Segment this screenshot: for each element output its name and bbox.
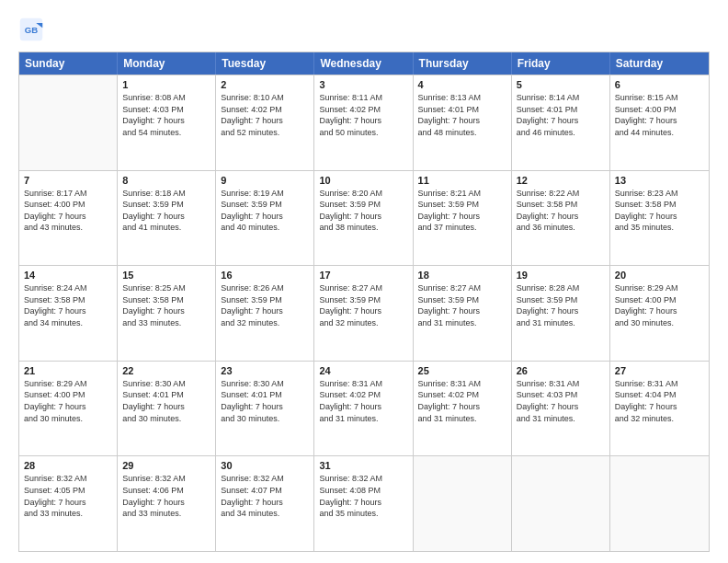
cal-cell: 13Sunrise: 8:23 AMSunset: 3:58 PMDayligh… [610, 171, 709, 266]
cal-cell: 1Sunrise: 8:08 AMSunset: 4:03 PMDaylight… [118, 75, 216, 170]
cal-cell: 5Sunrise: 8:14 AMSunset: 4:01 PMDaylight… [512, 75, 610, 170]
week-row-2: 7Sunrise: 8:17 AMSunset: 4:00 PMDaylight… [19, 170, 709, 266]
sun-info: Sunrise: 8:31 AMSunset: 4:03 PMDaylight:… [517, 378, 605, 424]
cal-cell: 18Sunrise: 8:27 AMSunset: 3:59 PMDayligh… [414, 266, 512, 361]
sun-info: Sunrise: 8:30 AMSunset: 4:01 PMDaylight:… [122, 378, 210, 424]
day-number: 18 [418, 270, 506, 281]
header: GB [18, 17, 710, 42]
day-number: 15 [122, 270, 210, 281]
cal-cell: 12Sunrise: 8:22 AMSunset: 3:58 PMDayligh… [512, 171, 610, 266]
cal-cell: 10Sunrise: 8:20 AMSunset: 3:59 PMDayligh… [314, 171, 413, 266]
day-number: 24 [319, 365, 407, 376]
day-number: 25 [418, 365, 506, 376]
cal-cell: 29Sunrise: 8:32 AMSunset: 4:06 PMDayligh… [118, 456, 216, 551]
sun-info: Sunrise: 8:26 AMSunset: 3:59 PMDaylight:… [221, 282, 309, 328]
sun-info: Sunrise: 8:30 AMSunset: 4:01 PMDaylight:… [221, 378, 309, 424]
sun-info: Sunrise: 8:31 AMSunset: 4:04 PMDaylight:… [615, 378, 704, 424]
cal-cell: 4Sunrise: 8:13 AMSunset: 4:01 PMDaylight… [414, 75, 512, 170]
sun-info: Sunrise: 8:32 AMSunset: 4:08 PMDaylight:… [319, 473, 407, 519]
week-row-4: 21Sunrise: 8:29 AMSunset: 4:00 PMDayligh… [19, 361, 709, 456]
cal-cell: 6Sunrise: 8:15 AMSunset: 4:00 PMDaylight… [610, 75, 709, 170]
day-number: 23 [221, 365, 309, 376]
day-number: 29 [122, 460, 210, 471]
cal-cell: 16Sunrise: 8:26 AMSunset: 3:59 PMDayligh… [216, 266, 314, 361]
cal-cell: 25Sunrise: 8:31 AMSunset: 4:02 PMDayligh… [414, 362, 512, 456]
sun-info: Sunrise: 8:31 AMSunset: 4:02 PMDaylight:… [319, 378, 407, 424]
day-number: 28 [24, 460, 112, 471]
calendar: SundayMondayTuesdayWednesdayThursdayFrid… [18, 52, 710, 552]
cal-cell: 2Sunrise: 8:10 AMSunset: 4:02 PMDaylight… [216, 75, 314, 170]
day-number: 16 [221, 270, 309, 281]
cal-cell: 17Sunrise: 8:27 AMSunset: 3:59 PMDayligh… [314, 266, 413, 361]
cal-cell: 3Sunrise: 8:11 AMSunset: 4:02 PMDaylight… [314, 75, 413, 170]
cal-cell: 28Sunrise: 8:32 AMSunset: 4:05 PMDayligh… [19, 456, 118, 551]
sun-info: Sunrise: 8:29 AMSunset: 4:00 PMDaylight:… [24, 378, 112, 424]
calendar-body: 1Sunrise: 8:08 AMSunset: 4:03 PMDaylight… [19, 75, 709, 551]
sun-info: Sunrise: 8:17 AMSunset: 4:00 PMDaylight:… [24, 188, 112, 234]
sun-info: Sunrise: 8:08 AMSunset: 4:03 PMDaylight:… [122, 92, 210, 138]
sun-info: Sunrise: 8:25 AMSunset: 3:58 PMDaylight:… [122, 282, 210, 328]
sun-info: Sunrise: 8:29 AMSunset: 4:00 PMDaylight:… [615, 282, 704, 328]
sun-info: Sunrise: 8:11 AMSunset: 4:02 PMDaylight:… [319, 92, 407, 138]
weekday-header-tuesday: Tuesday [216, 52, 314, 75]
day-number: 22 [122, 365, 210, 376]
weekday-header-friday: Friday [512, 52, 610, 75]
day-number: 26 [517, 365, 605, 376]
weekday-header-monday: Monday [118, 52, 216, 75]
day-number: 20 [615, 270, 704, 281]
sun-info: Sunrise: 8:10 AMSunset: 4:02 PMDaylight:… [221, 92, 309, 138]
day-number: 8 [122, 175, 210, 186]
sun-info: Sunrise: 8:19 AMSunset: 3:59 PMDaylight:… [221, 188, 309, 234]
logo: GB [18, 17, 48, 42]
calendar-header: SundayMondayTuesdayWednesdayThursdayFrid… [19, 52, 709, 75]
day-number: 4 [418, 79, 506, 90]
day-number: 30 [221, 460, 309, 471]
sun-info: Sunrise: 8:15 AMSunset: 4:00 PMDaylight:… [615, 92, 704, 138]
day-number: 21 [24, 365, 112, 376]
sun-info: Sunrise: 8:27 AMSunset: 3:59 PMDaylight:… [319, 282, 407, 328]
day-number: 10 [319, 175, 407, 186]
sun-info: Sunrise: 8:27 AMSunset: 3:59 PMDaylight:… [418, 282, 506, 328]
week-row-1: 1Sunrise: 8:08 AMSunset: 4:03 PMDaylight… [19, 75, 709, 170]
day-number: 31 [319, 460, 407, 471]
day-number: 7 [24, 175, 112, 186]
cal-cell: 21Sunrise: 8:29 AMSunset: 4:00 PMDayligh… [19, 362, 118, 456]
cal-cell: 26Sunrise: 8:31 AMSunset: 4:03 PMDayligh… [512, 362, 610, 456]
svg-text:GB: GB [25, 25, 38, 35]
day-number: 14 [24, 270, 112, 281]
sun-info: Sunrise: 8:21 AMSunset: 3:59 PMDaylight:… [418, 188, 506, 234]
cal-cell: 30Sunrise: 8:32 AMSunset: 4:07 PMDayligh… [216, 456, 314, 551]
day-number: 11 [418, 175, 506, 186]
sun-info: Sunrise: 8:28 AMSunset: 3:59 PMDaylight:… [517, 282, 605, 328]
cal-cell: 15Sunrise: 8:25 AMSunset: 3:58 PMDayligh… [118, 266, 216, 361]
cal-cell: 20Sunrise: 8:29 AMSunset: 4:00 PMDayligh… [610, 266, 709, 361]
sun-info: Sunrise: 8:31 AMSunset: 4:02 PMDaylight:… [418, 378, 506, 424]
day-number: 12 [517, 175, 605, 186]
cal-cell: 27Sunrise: 8:31 AMSunset: 4:04 PMDayligh… [610, 362, 709, 456]
day-number: 2 [221, 79, 309, 90]
sun-info: Sunrise: 8:32 AMSunset: 4:07 PMDaylight:… [221, 473, 309, 519]
page: GB SundayMondayTuesdayWednesdayThursdayF… [0, 0, 728, 563]
cal-cell: 31Sunrise: 8:32 AMSunset: 4:08 PMDayligh… [314, 456, 413, 551]
sun-info: Sunrise: 8:20 AMSunset: 3:59 PMDaylight:… [319, 188, 407, 234]
sun-info: Sunrise: 8:32 AMSunset: 4:05 PMDaylight:… [24, 473, 112, 519]
cal-cell: 14Sunrise: 8:24 AMSunset: 3:58 PMDayligh… [19, 266, 118, 361]
day-number: 3 [319, 79, 407, 90]
day-number: 19 [517, 270, 605, 281]
sun-info: Sunrise: 8:14 AMSunset: 4:01 PMDaylight:… [517, 92, 605, 138]
cal-cell [610, 456, 709, 551]
weekday-header-thursday: Thursday [414, 52, 512, 75]
cal-cell [19, 75, 118, 170]
cal-cell: 24Sunrise: 8:31 AMSunset: 4:02 PMDayligh… [314, 362, 413, 456]
cal-cell: 11Sunrise: 8:21 AMSunset: 3:59 PMDayligh… [414, 171, 512, 266]
day-number: 1 [122, 79, 210, 90]
day-number: 17 [319, 270, 407, 281]
cal-cell: 23Sunrise: 8:30 AMSunset: 4:01 PMDayligh… [216, 362, 314, 456]
cal-cell [512, 456, 610, 551]
sun-info: Sunrise: 8:18 AMSunset: 3:59 PMDaylight:… [122, 188, 210, 234]
day-number: 13 [615, 175, 704, 186]
weekday-header-sunday: Sunday [19, 52, 118, 75]
week-row-5: 28Sunrise: 8:32 AMSunset: 4:05 PMDayligh… [19, 455, 709, 551]
cal-cell: 8Sunrise: 8:18 AMSunset: 3:59 PMDaylight… [118, 171, 216, 266]
cal-cell: 9Sunrise: 8:19 AMSunset: 3:59 PMDaylight… [216, 171, 314, 266]
